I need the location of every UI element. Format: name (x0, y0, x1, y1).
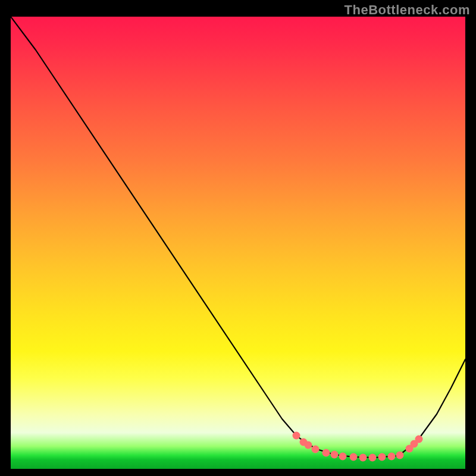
data-point-10 (378, 453, 386, 461)
data-point-5 (331, 451, 339, 459)
data-point-12 (396, 452, 404, 459)
curve-layer (11, 17, 465, 469)
data-point-8 (359, 454, 367, 462)
chart-frame: TheBottleneck.com (0, 0, 476, 476)
data-point-15 (415, 436, 423, 443)
data-point-9 (369, 454, 377, 462)
bottleneck-curve (11, 17, 465, 458)
data-point-7 (350, 453, 358, 461)
data-point-11 (388, 453, 396, 461)
plot-area (11, 17, 465, 469)
data-point-3 (312, 446, 320, 453)
data-point-4 (322, 449, 330, 457)
watermark-text: TheBottleneck.com (345, 2, 470, 18)
data-point-0 (293, 432, 300, 440)
data-point-2 (305, 441, 312, 449)
data-point-6 (339, 453, 347, 461)
